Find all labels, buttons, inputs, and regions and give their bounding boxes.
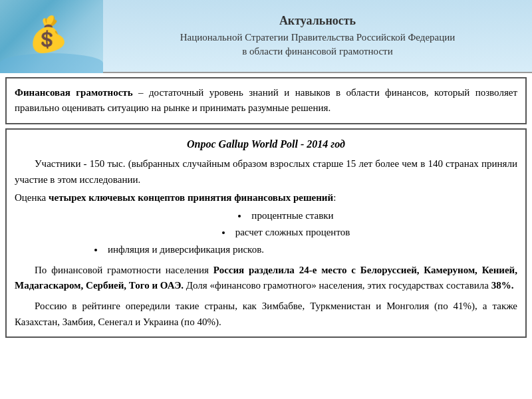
main-title: Актуальность: [279, 14, 356, 28]
header-subtitle: Национальной Стратегии Правительства Рос…: [180, 31, 456, 59]
russia-suffix: Доля «финансово грамотного» населения, э…: [184, 280, 491, 291]
russia-prefix: По финансовой грамотности населения: [35, 265, 213, 275]
subtitle-line2: в области финансовой грамотности: [242, 46, 392, 57]
last-paragraph: Россию в рейтинге опередили такие страны…: [15, 299, 517, 330]
header-title-block: Актуальность Национальной Стратегии Прав…: [103, 0, 532, 72]
survey-section: Опрос Gallup World Poll - 2014 год Участ…: [5, 128, 527, 338]
header-image: [0, 0, 103, 73]
bullet-item-1: процентные ставки: [55, 208, 517, 223]
assessment-suffix: :: [333, 192, 336, 203]
definition-term: Финансовая грамотность: [15, 87, 133, 98]
survey-participants: Участники - 150 тыс. (выбранных случайны…: [15, 156, 517, 188]
russia-paragraph: По финансовой грамотности населения Росс…: [15, 263, 517, 294]
subtitle-line1: Национальной Стратегии Правительства Рос…: [180, 32, 456, 43]
percent-bold: 38%.: [491, 280, 514, 291]
bullet-item-2: расчет сложных процентов: [55, 225, 517, 240]
header: Актуальность Национальной Стратегии Прав…: [0, 0, 532, 73]
bullet-item-3: инфляция и диверсификация рисков.: [94, 242, 517, 257]
definition-section: Финансовая грамотность – достаточный уро…: [5, 77, 527, 124]
concepts-list: процентные ставки расчет сложных процент…: [15, 208, 517, 257]
survey-assessment: Оценка четырех ключевых концептов принят…: [15, 190, 517, 205]
assessment-bold: четырех ключевых концептов принятия фина…: [49, 192, 333, 203]
survey-title: Опрос Gallup World Poll - 2014 год: [15, 136, 517, 153]
assessment-prefix: Оценка: [15, 192, 49, 203]
